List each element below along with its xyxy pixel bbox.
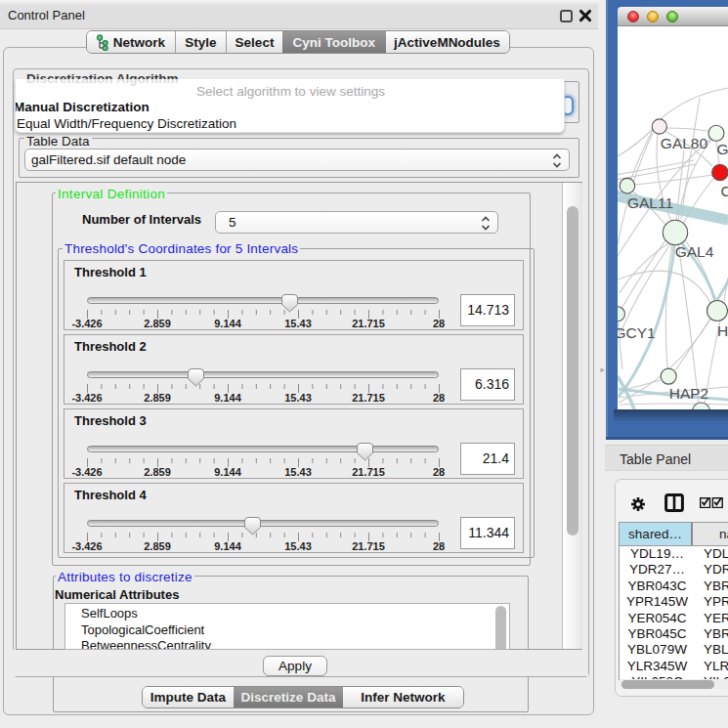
svg-text:HAP2: HAP2 (669, 385, 709, 402)
svg-text:GAL80: GAL80 (661, 135, 708, 151)
svg-text:GAL4: GAL4 (675, 243, 714, 260)
svg-text:GAL11: GAL11 (627, 194, 673, 211)
svg-text:GCY1: GCY1 (618, 324, 656, 341)
svg-text:CY: CY (721, 183, 728, 199)
svg-text:H: H (717, 322, 728, 339)
svg-text:GA: GA (717, 141, 728, 157)
